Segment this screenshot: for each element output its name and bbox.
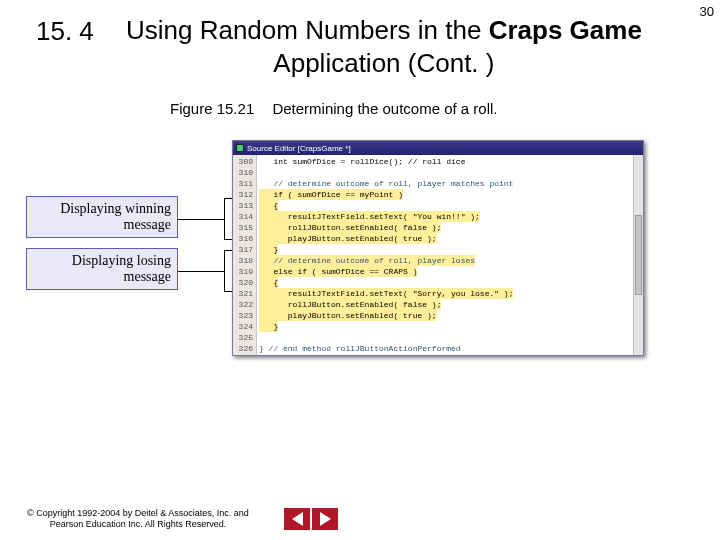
editor-body: 309 310 311 312 313 314 315 316 317 318 … xyxy=(233,155,643,355)
scrollbar-thumb[interactable] xyxy=(635,215,642,295)
window-icon xyxy=(236,144,244,152)
callout-losing: Displaying losing message xyxy=(26,248,178,290)
section-number: 15. 4 xyxy=(36,14,94,47)
arrow-left-icon xyxy=(292,512,303,526)
copyright-text: © Copyright 1992-2004 by Deitel & Associ… xyxy=(18,508,258,531)
callout-winning: Displaying winning message xyxy=(26,196,178,238)
editor-title: Source Editor [CrapsGame *] xyxy=(247,144,351,153)
figure-label: Figure 15.21 xyxy=(170,100,254,117)
nav-arrows xyxy=(284,508,338,530)
slide-footer: © Copyright 1992-2004 by Deitel & Associ… xyxy=(18,508,338,531)
bracket-icon xyxy=(224,250,232,292)
figure-text: Determining the outcome of a roll. xyxy=(272,100,497,117)
slide-title: Using Random Numbers in the Craps Game A… xyxy=(112,14,656,79)
arrow-right-icon xyxy=(320,512,331,526)
next-slide-button[interactable] xyxy=(312,508,338,530)
leader-line xyxy=(178,271,224,272)
source-editor-window: Source Editor [CrapsGame *] 309 310 311 … xyxy=(232,140,644,356)
editor-titlebar: Source Editor [CrapsGame *] xyxy=(233,141,643,155)
prev-slide-button[interactable] xyxy=(284,508,310,530)
slide-header: 15. 4 Using Random Numbers in the Craps … xyxy=(36,14,656,79)
page-number: 30 xyxy=(700,4,714,19)
bracket-icon xyxy=(224,198,232,240)
code-area: int sumOfDice = rollDice(); // roll dice… xyxy=(257,155,643,355)
line-number-gutter: 309 310 311 312 313 314 315 316 317 318 … xyxy=(233,155,257,355)
vertical-scrollbar[interactable] xyxy=(633,155,643,355)
leader-line xyxy=(178,219,224,220)
figure-caption: Figure 15.21 Determining the outcome of … xyxy=(170,100,498,117)
